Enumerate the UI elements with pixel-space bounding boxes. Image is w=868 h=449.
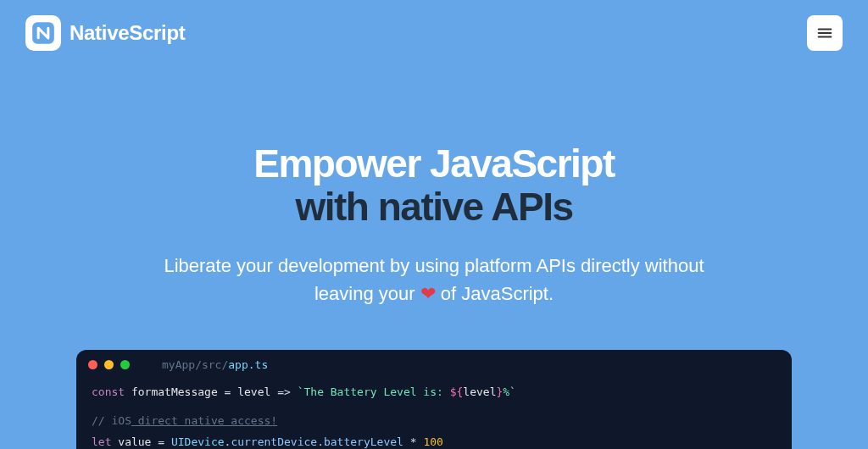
hero-section: Empower JavaScript with native APIs Libe… bbox=[0, 66, 868, 308]
file-path-name: app.ts bbox=[228, 358, 268, 371]
headline-line-1: Empower JavaScript bbox=[34, 142, 834, 186]
code-line-1: const formatMessage = level => `The Batt… bbox=[92, 381, 776, 402]
hero-subheading: Liberate your development by using platf… bbox=[137, 252, 731, 308]
code-body: const formatMessage = level => `The Batt… bbox=[76, 376, 792, 449]
window-minimize-dot bbox=[104, 360, 114, 369]
code-titlebar: myApp/src/app.ts bbox=[76, 350, 792, 376]
subhead-after: of JavaScript. bbox=[436, 283, 554, 304]
logo-icon bbox=[25, 15, 61, 51]
window-zoom-dot bbox=[120, 360, 130, 369]
file-path: myApp/src/app.ts bbox=[162, 358, 268, 371]
headline-line-2: with native APIs bbox=[34, 186, 834, 229]
code-line-2: // iOS direct native access! bbox=[92, 410, 776, 431]
menu-button[interactable] bbox=[807, 15, 843, 51]
header: NativeScript bbox=[0, 0, 868, 66]
window-close-dot bbox=[88, 360, 97, 369]
heart-icon: ❤ bbox=[420, 280, 436, 308]
brand-logo[interactable]: NativeScript bbox=[25, 15, 185, 51]
hero-headline: Empower JavaScript with native APIs bbox=[34, 142, 834, 228]
hamburger-icon bbox=[815, 24, 834, 42]
file-path-dir: myApp/src/ bbox=[162, 358, 228, 371]
code-line-3: let value = UIDevice.currentDevice.batte… bbox=[92, 431, 776, 449]
brand-name: NativeScript bbox=[70, 21, 185, 45]
code-window: myApp/src/app.ts const formatMessage = l… bbox=[76, 350, 792, 449]
